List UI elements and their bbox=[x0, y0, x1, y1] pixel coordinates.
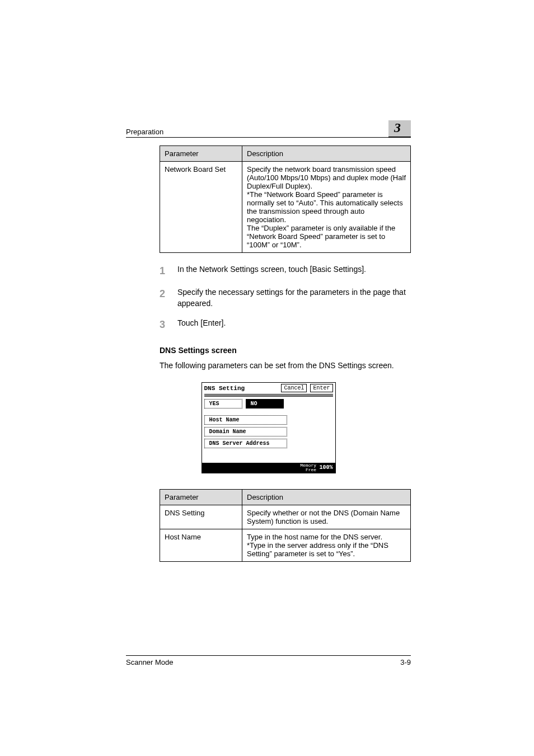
yes-button[interactable]: YES bbox=[204, 399, 242, 408]
table-row: DNS Setting Specify whether or not the D… bbox=[160, 505, 411, 529]
content: Parameter Description Network Board Set … bbox=[126, 145, 411, 562]
step-text: Touch [Enter]. bbox=[177, 318, 226, 332]
no-button[interactable]: NO bbox=[246, 399, 284, 408]
step-text: Specify the necessary settings for the p… bbox=[177, 287, 411, 309]
memory-label: Memory Free bbox=[300, 463, 316, 472]
dns-server-button[interactable]: DNS Server Address bbox=[204, 439, 287, 448]
lcd-title: DNS Setting bbox=[204, 385, 245, 392]
step-2: 2 Specify the necessary settings for the… bbox=[160, 287, 411, 309]
lcd-panel: DNS Setting Cancel Enter YES NO Host Nam… bbox=[202, 382, 336, 473]
network-board-table: Parameter Description Network Board Set … bbox=[160, 145, 411, 253]
host-name-button[interactable]: Host Name bbox=[204, 415, 287, 425]
body-paragraph: The following parameters can be set from… bbox=[160, 360, 411, 372]
footer-left: Scanner Mode bbox=[126, 658, 174, 666]
step-text: In the Network Settings screen, touch [B… bbox=[177, 264, 366, 278]
cell-desc: Type in the host name for the DNS server… bbox=[242, 529, 411, 562]
col-parameter: Parameter bbox=[160, 490, 242, 505]
step-number: 3 bbox=[160, 318, 170, 332]
steps-list: 1 In the Network Settings screen, touch … bbox=[160, 264, 411, 332]
page: Preparation 3 Parameter Description Netw… bbox=[0, 0, 534, 756]
table-row: Network Board Set Specify the network bo… bbox=[160, 162, 411, 253]
cancel-button[interactable]: Cancel bbox=[281, 384, 307, 392]
cell-desc: Specify whether or not the DNS (Domain N… bbox=[242, 505, 411, 529]
col-description: Description bbox=[242, 146, 411, 162]
domain-name-button[interactable]: Domain Name bbox=[204, 427, 287, 436]
lcd-divider bbox=[204, 393, 333, 397]
col-description: Description bbox=[242, 490, 411, 505]
subheading: DNS Settings screen bbox=[160, 346, 411, 355]
step-number: 2 bbox=[160, 287, 170, 309]
dns-settings-table: Parameter Description DNS Setting Specif… bbox=[160, 489, 411, 562]
footer-right: 3-9 bbox=[400, 658, 411, 666]
step-number: 1 bbox=[160, 264, 170, 278]
enter-button[interactable]: Enter bbox=[310, 384, 332, 392]
memory-value: 100% bbox=[319, 465, 332, 471]
chapter-number: 3 bbox=[388, 120, 411, 138]
cell-param: Network Board Set bbox=[160, 162, 242, 253]
section-name: Preparation bbox=[126, 128, 163, 136]
page-footer: Scanner Mode 3-9 bbox=[126, 655, 411, 666]
lcd-status-bar: Memory Free 100% bbox=[202, 463, 335, 473]
step-1: 1 In the Network Settings screen, touch … bbox=[160, 264, 411, 278]
table-row: Host Name Type in the host name for the … bbox=[160, 529, 411, 562]
step-3: 3 Touch [Enter]. bbox=[160, 318, 411, 332]
col-parameter: Parameter bbox=[160, 146, 242, 162]
running-header: Preparation 3 bbox=[126, 120, 411, 138]
cell-param: DNS Setting bbox=[160, 505, 242, 529]
cell-desc: Specify the network board transmission s… bbox=[242, 162, 411, 253]
lcd-screenshot: DNS Setting Cancel Enter YES NO Host Nam… bbox=[126, 382, 411, 473]
cell-param: Host Name bbox=[160, 529, 242, 562]
